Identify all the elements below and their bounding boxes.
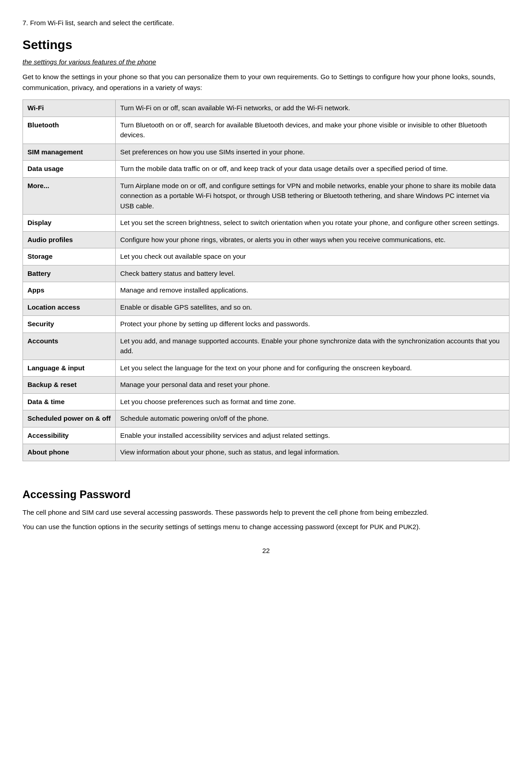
setting-description: Schedule automatic powering on/off of th… (116, 410, 509, 427)
setting-description: Configure how your phone rings, vibrates… (116, 231, 509, 248)
setting-description: View information about your phone, such … (116, 444, 509, 461)
setting-label: Audio profiles (23, 231, 116, 248)
intro-line: 7. From Wi-Fi list, search and select th… (23, 18, 509, 28)
table-row: BatteryCheck battery status and battery … (23, 265, 509, 282)
setting-label: Display (23, 215, 116, 232)
setting-description: Let you choose preferences such as forma… (116, 393, 509, 410)
settings-subtitle: the settings for various features of the… (23, 57, 509, 67)
table-row: Location accessEnable or disable GPS sat… (23, 299, 509, 316)
setting-description: Check battery status and battery level. (116, 265, 509, 282)
setting-description: Enable your installed accessibility serv… (116, 427, 509, 444)
setting-label: Backup & reset (23, 377, 116, 394)
setting-description: Manage your personal data and reset your… (116, 377, 509, 394)
setting-description: Turn the mobile data traffic on or off, … (116, 161, 509, 178)
setting-description: Set preferences on how you use SIMs inse… (116, 144, 509, 161)
setting-description: Let you set the screen brightness, selec… (116, 215, 509, 232)
setting-description: Let you add, and manage supported accoun… (116, 333, 509, 360)
setting-label: Accounts (23, 333, 116, 360)
accessing-password-heading: Accessing Password (23, 486, 509, 503)
accessing-para2: You can use the function options in the … (23, 522, 509, 532)
table-row: AccountsLet you add, and manage supporte… (23, 333, 509, 360)
setting-label: Data & time (23, 393, 116, 410)
setting-description: Enable or disable GPS satellites, and so… (116, 299, 509, 316)
settings-description: Get to know the settings in your phone s… (23, 72, 509, 93)
setting-label: Data usage (23, 161, 116, 178)
table-row: DisplayLet you set the screen brightness… (23, 215, 509, 232)
setting-label: More... (23, 177, 116, 215)
table-row: Audio profilesConfigure how your phone r… (23, 231, 509, 248)
setting-label: Bluetooth (23, 117, 116, 144)
setting-description: Let you select the language for the text… (116, 360, 509, 377)
setting-label: Wi-Fi (23, 100, 116, 117)
table-row: Wi-FiTurn Wi-Fi on or off, scan availabl… (23, 100, 509, 117)
table-row: StorageLet you check out available space… (23, 248, 509, 265)
table-row: Scheduled power on & offSchedule automat… (23, 410, 509, 427)
settings-heading: Settings (23, 36, 509, 54)
accessing-para1: The cell phone and SIM card use several … (23, 507, 509, 518)
setting-description: Turn Wi-Fi on or off, scan available Wi-… (116, 100, 509, 117)
setting-label: Storage (23, 248, 116, 265)
setting-label: About phone (23, 444, 116, 461)
table-row: AccessibilityEnable your installed acces… (23, 427, 509, 444)
setting-description: Manage and remove installed applications… (116, 282, 509, 299)
table-row: Backup & resetManage your personal data … (23, 377, 509, 394)
setting-description: Let you check out available space on you… (116, 248, 509, 265)
table-row: About phoneView information about your p… (23, 444, 509, 461)
settings-table: Wi-FiTurn Wi-Fi on or off, scan availabl… (23, 99, 509, 461)
setting-label: Apps (23, 282, 116, 299)
setting-description: Turn Bluetooth on or off, search for ava… (116, 117, 509, 144)
table-row: Language & inputLet you select the langu… (23, 360, 509, 377)
setting-label: Accessibility (23, 427, 116, 444)
table-row: SecurityProtect your phone by setting up… (23, 316, 509, 333)
table-row: More...Turn Airplane mode on or off, and… (23, 177, 509, 215)
setting-label: Language & input (23, 360, 116, 377)
setting-label: SIM management (23, 144, 116, 161)
table-row: Data & timeLet you choose preferences su… (23, 393, 509, 410)
setting-description: Turn Airplane mode on or off, and config… (116, 177, 509, 215)
table-row: AppsManage and remove installed applicat… (23, 282, 509, 299)
table-row: Data usageTurn the mobile data traffic o… (23, 161, 509, 178)
page-number: 22 (23, 546, 509, 556)
setting-label: Scheduled power on & off (23, 410, 116, 427)
setting-label: Security (23, 316, 116, 333)
table-row: BluetoothTurn Bluetooth on or off, searc… (23, 117, 509, 144)
table-row: SIM managementSet preferences on how you… (23, 144, 509, 161)
setting-description: Protect your phone by setting up differe… (116, 316, 509, 333)
setting-label: Battery (23, 265, 116, 282)
setting-label: Location access (23, 299, 116, 316)
